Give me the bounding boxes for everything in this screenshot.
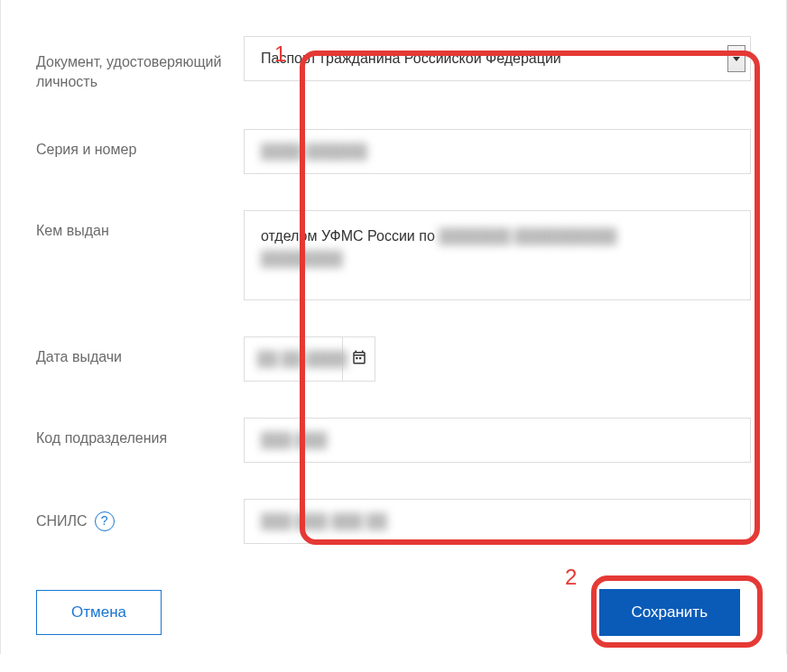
issued-by-prefix: отделом УФМС России по: [261, 228, 439, 244]
label-series-number: Серия и номер: [36, 129, 235, 160]
dept-code-input[interactable]: ███-███: [244, 418, 751, 463]
label-issued-by: Кем выдан: [36, 210, 235, 241]
cancel-button[interactable]: Отмена: [36, 590, 162, 635]
issued-by-input[interactable]: отделом УФМС России по ███████ █████████…: [244, 210, 751, 300]
label-document-type: Документ, удостоверяющий личность: [36, 36, 235, 93]
row-document-type: Документ, удостоверяющий личность Паспор…: [36, 36, 751, 93]
issue-date-input[interactable]: ██.██.████: [244, 336, 343, 382]
row-issue-date: Дата выдачи ██.██.████: [36, 336, 751, 382]
save-button[interactable]: Сохранить: [599, 589, 740, 636]
row-issued-by: Кем выдан отделом УФМС России по ███████…: [36, 210, 751, 300]
row-snils: СНИЛС ? ███-███-███ ██: [36, 499, 751, 544]
issued-by-redacted-1: ███████ ██████████: [439, 225, 616, 248]
series-number-input[interactable]: ████ ██████: [244, 129, 751, 174]
dept-code-value: ███-███: [261, 432, 327, 448]
button-row: Отмена Сохранить: [36, 589, 751, 636]
snils-value: ███-███-███ ██: [261, 513, 387, 529]
calendar-icon: [351, 349, 367, 369]
identity-form: 1 2 Документ, удостоверяющий личность Па…: [36, 36, 751, 636]
panel-left-border: [0, 0, 1, 654]
label-snils: СНИЛС ?: [36, 499, 235, 531]
issued-by-redacted-2: ████████: [261, 247, 343, 271]
row-series-number: Серия и номер ████ ██████: [36, 129, 751, 174]
series-number-value: ████ ██████: [261, 143, 367, 160]
annotation-marker-1: 1: [274, 41, 286, 67]
help-icon[interactable]: ?: [95, 511, 115, 531]
calendar-button[interactable]: [343, 336, 375, 382]
issue-date-value: ██.██.████: [257, 351, 347, 367]
row-dept-code: Код подразделения ███-███: [36, 418, 751, 463]
document-type-value: Паспорт гражданина Российской Федерации: [245, 51, 727, 67]
document-type-select[interactable]: Паспорт гражданина Российской Федерации: [244, 36, 751, 81]
snils-input[interactable]: ███-███-███ ██: [244, 499, 751, 544]
dropdown-arrow-icon[interactable]: [727, 45, 745, 72]
annotation-marker-2: 2: [565, 565, 577, 590]
label-issue-date: Дата выдачи: [36, 336, 235, 367]
label-snils-text: СНИЛС: [36, 511, 88, 531]
label-dept-code: Код подразделения: [36, 418, 235, 448]
